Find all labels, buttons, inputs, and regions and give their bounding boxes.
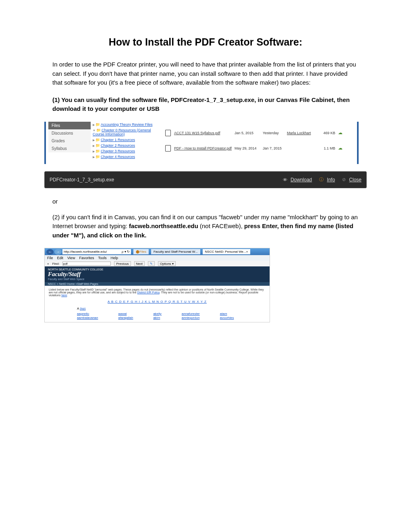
intro-paragraph: In order to use the PDF Creator printer,… bbox=[52, 60, 359, 87]
browser-tab-active[interactable]: NSCC NetID: Personal We... × bbox=[203, 249, 251, 254]
folder-link[interactable]: ▶📁Accounting Theory Review Files bbox=[93, 122, 163, 127]
find-label: Find: bbox=[52, 262, 60, 266]
download-filename: PDFCreator-1_7_3_setup.exe bbox=[50, 177, 114, 183]
find-previous-button[interactable]: Previous bbox=[114, 261, 131, 266]
forward-button[interactable]: → bbox=[54, 249, 62, 255]
browser-screenshot: ← → http://facweb.northseattle.edu/ ρ ▾ … bbox=[44, 248, 270, 322]
faculty-link[interactable]: anniegordon bbox=[182, 316, 200, 320]
file-row[interactable]: PDF - How to Install PDFcreator.pdf May … bbox=[165, 144, 355, 152]
download-link[interactable]: Download bbox=[291, 177, 312, 183]
faculty-link[interactable]: atam bbox=[220, 312, 234, 316]
tab-files[interactable]: ⬤ Files bbox=[133, 249, 149, 254]
page-title: How to Install the PDF Creator Software: bbox=[52, 36, 359, 48]
faculty-link[interactable]: akim bbox=[153, 316, 161, 320]
step-2-text: (2) if you can't find it in Canvas, you … bbox=[52, 213, 359, 240]
find-options-button[interactable]: Options ▾ bbox=[158, 261, 176, 266]
folder-link[interactable]: ▶📁Chapter 1 Resources bbox=[93, 137, 163, 143]
faculty-link[interactable]: aagnello bbox=[77, 312, 98, 316]
file-list: ACCT 131 W15 Syllabus.pdf Jan 5, 2015 Ye… bbox=[165, 129, 355, 160]
find-input[interactable] bbox=[62, 262, 111, 266]
find-next-button[interactable]: Next bbox=[134, 261, 145, 266]
download-bar: PDFCreator-1_7_3_setup.exe 👁 Download ⓘ … bbox=[44, 171, 367, 188]
or-text: or bbox=[52, 198, 359, 205]
college-name: NORTH SEATTLE COMMUNITY COLLEGE bbox=[48, 268, 266, 271]
sidebar-item-discussions[interactable]: Discussions bbox=[48, 129, 91, 137]
file-size: 1.1 MB bbox=[317, 146, 335, 150]
menu-file[interactable]: File bbox=[47, 256, 53, 260]
section-label: A bbox=[77, 307, 79, 310]
top-link[interactable]: (top) bbox=[80, 307, 85, 310]
publish-icon[interactable]: ☁ bbox=[335, 145, 342, 151]
banner-subtitle: Faculty and Staff Web Space bbox=[48, 278, 266, 281]
canvas-screenshot: Files Discussions Grades Syllabus ▶📁Acco… bbox=[44, 122, 359, 164]
menu-view[interactable]: View bbox=[67, 256, 75, 260]
page-body: Listed below are Faculty/Staff NetID "pe… bbox=[45, 286, 270, 322]
sidebar-item-files[interactable]: Files bbox=[48, 122, 91, 129]
file-created: Jan 5, 2015 bbox=[235, 131, 263, 135]
menu-edit[interactable]: Edit bbox=[57, 256, 64, 260]
info-icon: ⓘ bbox=[319, 177, 324, 183]
faculty-link[interactable]: aambalavanan bbox=[77, 316, 98, 320]
faculty-link[interactable]: afarajallah bbox=[118, 316, 133, 320]
publish-icon[interactable]: ☁ bbox=[335, 130, 342, 135]
folder-link[interactable]: ▶📁Chapter 3 Resources bbox=[93, 148, 163, 154]
back-button[interactable]: ← bbox=[46, 249, 54, 255]
find-close-icon[interactable]: × bbox=[47, 262, 49, 266]
file-created: May 29, 2014 bbox=[235, 146, 263, 150]
folder-tree: ▶📁Accounting Theory Review Files ▼📁Chapt… bbox=[93, 122, 163, 160]
eye-icon: 👁 bbox=[283, 177, 287, 182]
report-link[interactable]: here bbox=[61, 294, 67, 297]
file-name[interactable]: ACCT 131 W15 Syllabus.pdf bbox=[174, 131, 235, 135]
file-icon bbox=[165, 130, 171, 136]
faculty-link[interactable]: avoorhies bbox=[220, 316, 234, 320]
find-highlight-button[interactable]: ✎ bbox=[148, 261, 155, 266]
ie-header: ← → http://facweb.northseattle.edu/ ρ ▾ … bbox=[45, 248, 270, 255]
file-size: 469 KB bbox=[317, 131, 335, 135]
site-banner: NORTH SEATTLE COMMUNITY COLLEGE Faculty/… bbox=[45, 266, 270, 282]
file-modified: Jan 7, 2015 bbox=[263, 146, 287, 150]
file-by[interactable]: Marla Lockhart bbox=[287, 131, 317, 135]
find-bar: × Find: Previous Next ✎ Options ▾ bbox=[45, 261, 270, 266]
folder-link[interactable]: ▼📁Chapter 0 Resources (General Course In… bbox=[93, 127, 163, 137]
address-bar-icons[interactable]: ρ ▾ ↻ bbox=[122, 250, 130, 254]
address-bar[interactable]: http://facweb.northseattle.edu/ ρ ▾ ↻ bbox=[62, 249, 131, 254]
canvas-sidebar: Files Discussions Grades Syllabus bbox=[48, 122, 91, 152]
sidebar-item-grades[interactable]: Grades bbox=[48, 137, 91, 145]
banner-title: Faculty/Staff bbox=[48, 271, 266, 278]
policy-link[interactable]: District EIR Policy bbox=[137, 291, 160, 294]
faculty-link[interactable]: akelly bbox=[153, 312, 161, 316]
faculty-links: aagnello aambalavanan aawal afarajallah … bbox=[49, 312, 266, 320]
step-1-text: (1) You can usually find the software fi… bbox=[52, 96, 359, 114]
browser-tab[interactable]: Faculty and Staff Personal W... bbox=[151, 249, 200, 254]
right-accent-bar bbox=[357, 122, 359, 164]
faculty-link[interactable]: aawal bbox=[118, 312, 133, 316]
close-icon: ⊘ bbox=[342, 177, 346, 182]
faculty-link[interactable]: annaforester bbox=[182, 312, 200, 316]
close-link[interactable]: Close bbox=[349, 177, 361, 183]
file-row[interactable]: ACCT 131 W15 Syllabus.pdf Jan 5, 2015 Ye… bbox=[165, 129, 355, 137]
menu-help[interactable]: Help bbox=[110, 256, 118, 260]
folder-link[interactable]: ▶📁Chapter 4 Resources bbox=[93, 154, 163, 160]
menu-favorites[interactable]: Favorites bbox=[79, 256, 94, 260]
breadcrumb[interactable]: NSCC > NetID Home >Staff Web Pages bbox=[45, 282, 270, 286]
tab-close-icon[interactable]: × bbox=[246, 250, 248, 254]
folder-link[interactable]: ▶📁Chapter 2 Resources bbox=[93, 143, 163, 148]
left-accent-bar bbox=[44, 122, 46, 164]
file-icon bbox=[165, 145, 171, 152]
page-description: Listed below are Faculty/Staff NetID "pe… bbox=[49, 288, 266, 297]
file-name[interactable]: PDF - How to Install PDFcreator.pdf bbox=[174, 146, 235, 150]
alpha-index[interactable]: A B C D E F G H I J K L M N O P Q R S T … bbox=[49, 300, 266, 303]
info-link[interactable]: Info bbox=[327, 177, 335, 183]
sidebar-item-syllabus[interactable]: Syllabus bbox=[48, 145, 91, 152]
menu-tools[interactable]: Tools bbox=[98, 256, 106, 260]
file-modified: Yesterday bbox=[263, 131, 287, 135]
browser-menu: File Edit View Favorites Tools Help bbox=[45, 255, 270, 261]
